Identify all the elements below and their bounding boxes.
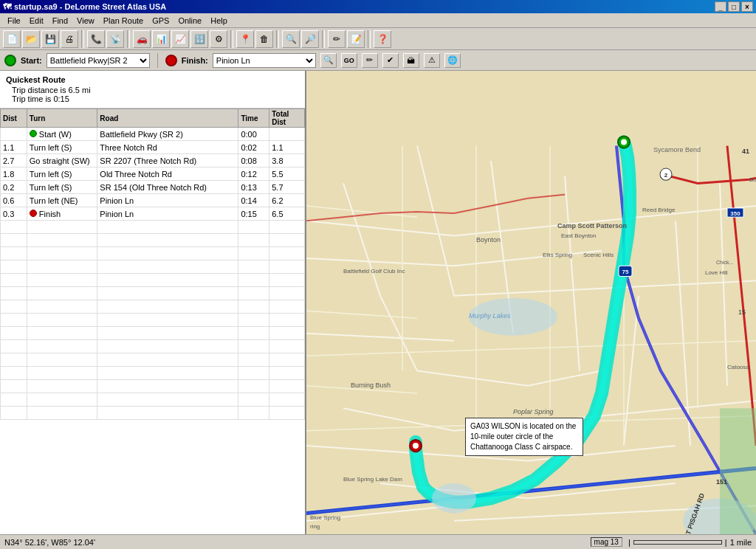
cell-empty: [238, 327, 269, 340]
close-button[interactable]: ×: [741, 1, 753, 12]
toolbar-btn7[interactable]: 🚗: [133, 30, 151, 48]
cell-totaldist: 3.8: [269, 154, 305, 168]
svg-text:151: 151: [716, 478, 727, 486]
toolbar-open[interactable]: 📂: [22, 30, 40, 48]
address-bar: Start: Battlefield Pkwy|SR 2 Finish: Pin…: [0, 50, 756, 71]
scale-label: 1 mile: [730, 538, 752, 547]
table-row[interactable]: 0.2Turn left (S)SR 154 (Old Three Notch …: [1, 181, 305, 194]
toolbar-btn13[interactable]: 🗑: [255, 30, 273, 48]
toolbar-btn6[interactable]: 📡: [106, 30, 124, 48]
window-controls[interactable]: _ □ ×: [715, 1, 753, 12]
route-distance: Trip distance is 6.5 mi: [6, 86, 299, 94]
menu-find[interactable]: Find: [48, 15, 72, 27]
route-web-btn[interactable]: 🌐: [444, 53, 461, 68]
cell-empty: [1, 314, 27, 327]
route-terrain-btn[interactable]: 🏔: [403, 53, 419, 68]
menu-gps[interactable]: GPS: [148, 15, 173, 27]
cell-empty: [27, 274, 97, 287]
toolbar-btn8[interactable]: 📊: [152, 30, 170, 48]
toolbar-print[interactable]: 🖨: [61, 30, 78, 48]
toolbar: 📄 📂 💾 🖨 📞 📡 🚗 📊 📈 🔢 ⚙ 📍 🗑 🔍 🔎 ✏ 📝 ❓: [0, 28, 756, 50]
cell-empty: [1, 300, 27, 314]
maximize-button[interactable]: □: [728, 1, 740, 12]
cell-empty: [1, 287, 27, 300]
menu-file[interactable]: File: [3, 15, 25, 27]
menu-edit[interactable]: Edit: [25, 15, 48, 27]
svg-text:Ellis Spring: Ellis Spring: [543, 252, 572, 258]
route-search-btn[interactable]: 🔍: [320, 53, 337, 68]
cell-empty: [269, 221, 305, 234]
scale-dash: |: [628, 538, 630, 547]
cell-empty: [27, 234, 97, 247]
route-warn-btn[interactable]: ⚠: [424, 53, 440, 68]
cell-empty: [27, 393, 97, 407]
toolbar-draw[interactable]: ✏: [328, 30, 346, 48]
cell-empty: [238, 260, 269, 274]
map-area[interactable]: 75 2 2 350 Sycamore Bend Boynton Ridge 1…: [306, 71, 756, 534]
start-input[interactable]: Battlefield Pkwy|SR 2: [47, 53, 150, 68]
table-row[interactable]: 0.6Turn left (NE)Pinion Ln0:146.2: [1, 194, 305, 207]
cell-totaldist: 6.2: [269, 194, 305, 207]
route-check-btn[interactable]: ✔: [382, 53, 399, 68]
title-text: 🗺 startup.sa9 - DeLorme Street Atlas USA: [3, 2, 166, 11]
cell-empty: [27, 407, 97, 420]
minimize-button[interactable]: _: [715, 1, 726, 12]
route-go-btn[interactable]: GO: [341, 53, 357, 68]
menu-help[interactable]: Help: [206, 15, 232, 27]
svg-text:Boynton Ridge 1000': Boynton Ridge 1000': [749, 176, 756, 183]
menu-plan-route[interactable]: Plan Route: [99, 15, 148, 27]
svg-text:Poplar Spring: Poplar Spring: [513, 408, 553, 415]
svg-text:75: 75: [622, 269, 629, 275]
cell-empty: [97, 327, 238, 340]
route-time: Trip time is 0:15: [6, 94, 299, 103]
toolbar-sep2: [127, 30, 130, 48]
toolbar-btn5[interactable]: 📞: [87, 30, 105, 48]
cell-empty: [1, 407, 27, 420]
toolbar-btn9[interactable]: 📈: [171, 30, 189, 48]
cell-totaldist: [269, 128, 305, 141]
finish-input[interactable]: Pinion Ln: [213, 53, 316, 68]
svg-point-52: [432, 483, 476, 514]
cell-dist: 2.7: [1, 154, 27, 168]
toolbar-sep4: [276, 30, 279, 48]
cell-road: SR 2207 (Three Notch Rd): [97, 154, 238, 168]
toolbar-btn12[interactable]: 📍: [236, 30, 254, 48]
finish-dot: [30, 210, 37, 217]
cell-empty: [238, 234, 269, 247]
table-row-empty: [1, 221, 305, 234]
cell-empty: [269, 300, 305, 314]
start-indicator: [4, 55, 16, 66]
table-row-empty: [1, 327, 305, 340]
toolbar-btn10[interactable]: 🔢: [190, 30, 208, 48]
toolbar-zoomout[interactable]: 🔎: [301, 30, 319, 48]
scale-bar: | | 1 mile: [628, 538, 752, 547]
route-edit-btn[interactable]: ✏: [362, 53, 378, 68]
scale-line: [633, 540, 722, 545]
cell-empty: [238, 300, 269, 314]
toolbar-note[interactable]: 📝: [347, 30, 365, 48]
toolbar-new[interactable]: 📄: [3, 30, 21, 48]
toolbar-help[interactable]: ❓: [374, 30, 391, 48]
col-header-turn: Turn: [27, 109, 97, 128]
cell-empty: [1, 247, 27, 260]
cell-road: Pinion Ln: [97, 207, 238, 221]
svg-text:15: 15: [738, 308, 746, 316]
table-row[interactable]: Start (W)Battlefield Pkwy (SR 2)0:00: [1, 128, 305, 141]
cell-empty: [27, 247, 97, 260]
toolbar-zoomin[interactable]: 🔍: [282, 30, 300, 48]
col-header-dist: Dist: [1, 109, 27, 128]
toolbar-save[interactable]: 💾: [41, 30, 59, 48]
table-row-empty: [1, 380, 305, 393]
cell-totaldist: 5.7: [269, 181, 305, 194]
cell-empty: [27, 314, 97, 327]
table-row[interactable]: 1.8Turn left (S)Old Three Notch Rd0:125.…: [1, 168, 305, 181]
menu-view[interactable]: View: [72, 15, 99, 27]
table-row[interactable]: 0.3 FinishPinion Ln0:156.5: [1, 207, 305, 221]
cell-empty: [238, 393, 269, 407]
table-row[interactable]: 2.7Go straight (SW)SR 2207 (Three Notch …: [1, 154, 305, 168]
table-row[interactable]: 1.1Turn left (S)Three Notch Rd0:021.1: [1, 141, 305, 154]
toolbar-btn11[interactable]: ⚙: [210, 30, 227, 48]
menu-online[interactable]: Online: [173, 15, 206, 27]
status-right: mag 13 | | 1 mile: [591, 537, 752, 547]
svg-text:Murphy Lakes: Murphy Lakes: [469, 312, 511, 320]
